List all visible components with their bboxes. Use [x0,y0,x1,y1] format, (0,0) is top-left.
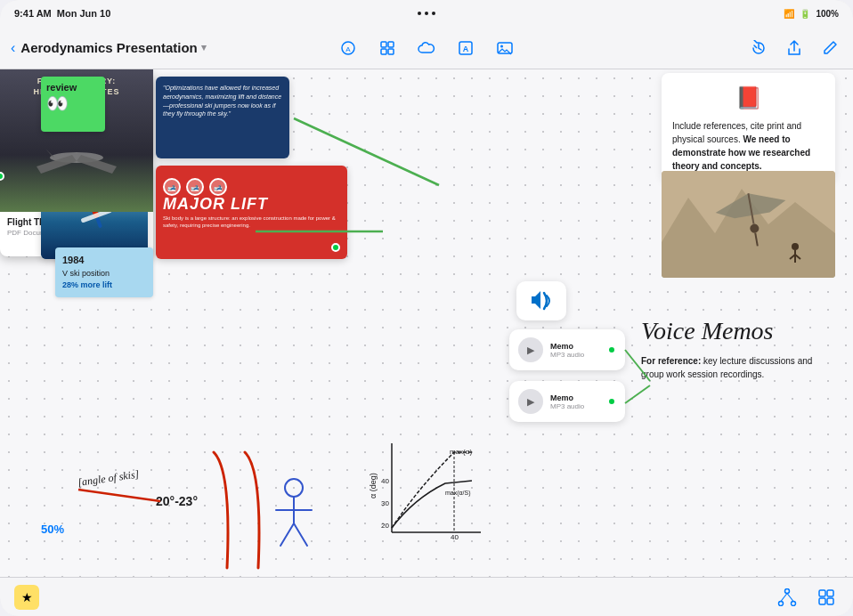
svg-rect-2 [381,42,386,47]
text-tool-button[interactable]: A [453,36,478,61]
history-button[interactable] [746,36,771,61]
voice-memos-description: For reference: key lecture discussions a… [641,354,819,381]
status-right: 📶 🔋 100% [784,9,839,19]
circle-2: 🎿 [186,178,204,196]
svg-line-46 [787,593,793,601]
hierarchy-button[interactable] [775,585,800,610]
svg-text:20°-23°: 20°-23° [156,494,198,508]
graph-svg: α (deg) 20 30 40 max(α) max(α/S) 40 [365,434,490,550]
svg-rect-3 [388,42,394,47]
slide-quote[interactable]: "Optimizations have allowed for increase… [156,77,289,158]
status-dot-3 [432,12,435,15]
status-left: 9:41 AM Mon Jun 10 [14,8,110,19]
canvas-area[interactable]: review 👀 NS DYNAMICS N SKIS TANCE ARADOX… [0,69,853,577]
ski-position: V ski position [62,268,146,280]
status-bar: 9:41 AM Mon Jun 10 📶 🔋 100% [0,0,853,27]
svg-point-43 [779,601,784,605]
share-button[interactable] [782,36,807,61]
status-dot-1 [418,12,421,15]
voice-memos-bold: For reference: [641,356,701,366]
zoom-value: 50% [41,523,64,536]
toolbar: ‹ Aerodynamics Presentation ▾ A A [0,27,853,69]
year-label: 1984 [62,253,146,268]
grid-view-button[interactable] [375,36,400,61]
wifi-icon: 📶 [784,9,794,19]
document-title-text: Aerodynamics Presentation [20,40,197,55]
toolbar-right [570,36,842,61]
image-tool-button[interactable] [492,36,517,61]
graph-area: α (deg) 20 30 40 max(α) max(α/S) 40 [365,434,490,550]
title-chevron-icon: ▾ [201,42,207,53]
review-emoji: 👀 [46,94,69,112]
memo-title-2: Memo [550,393,600,402]
bottom-toolbar-left: ★ [14,585,39,610]
book-icon: 📕 [672,82,825,114]
memo-info-1: Memo MP3 audio [550,342,600,359]
year-note[interactable]: 1984 V ski position 28% more lift [55,247,153,297]
reference-bold: We need to demonstrate how we researched… [672,134,810,171]
edit-button[interactable] [817,36,842,61]
svg-rect-47 [819,590,825,596]
svg-text:max(α/S): max(α/S) [445,490,471,497]
svg-point-9 [500,45,503,47]
ipad-frame: 9:41 AM Mon Jun 10 📶 🔋 100% ‹ Aerodynami… [0,0,853,616]
toolbar-center: A A [290,36,563,61]
memo-play-button-1[interactable]: ▶ [518,337,543,362]
svg-text:A: A [463,44,469,53]
green-dot-major [331,243,340,252]
svg-text:A: A [345,45,351,53]
svg-point-44 [792,601,796,605]
battery-level: 100% [816,9,839,19]
pencil-tool-button[interactable]: A [336,36,361,61]
slide-major-lift[interactable]: 🎿 🎿 🎿 MAJOR LIFT Ski body is a large str… [156,166,347,259]
memo-play-button-2[interactable]: ▶ [518,389,543,414]
speaker-icon [528,289,555,312]
svg-text:30: 30 [381,499,389,507]
star-button[interactable]: ★ [14,585,39,610]
memo-card-1[interactable]: ▶ Memo MP3 audio [509,329,625,370]
back-button[interactable]: ‹ [11,40,15,56]
cloud-button[interactable] [414,36,439,61]
svg-text:[angle of skis]: [angle of skis] [77,467,140,489]
status-center [418,12,435,15]
zoom-percentage: 50% [41,523,64,536]
voice-memos-title: Voice Memos [641,317,774,345]
review-note[interactable]: review 👀 [41,77,105,132]
bottom-toolbar-right [775,585,839,610]
svg-line-45 [781,593,787,601]
lift-percentage: 28% more lift [62,280,146,292]
memo-info-2: Memo MP3 audio [550,393,600,410]
reference-text: Include references, cite print and physi… [672,119,825,173]
status-dot-2 [425,12,428,15]
green-dot-memo1 [607,345,616,354]
audio-icon-card [516,281,566,320]
circle-3: 🎿 [209,178,227,196]
svg-rect-50 [827,598,833,604]
quote-text: "Optimizations have allowed for increase… [163,85,281,117]
grid-layout-button[interactable] [814,585,839,610]
bottom-toolbar: ★ [0,577,853,616]
historical-photo-svg [662,171,835,278]
svg-point-31 [285,479,303,497]
svg-point-42 [785,588,790,593]
document-title[interactable]: Aerodynamics Presentation ▾ [20,40,206,55]
toolbar-left: ‹ Aerodynamics Presentation ▾ [11,40,283,56]
reference-note[interactable]: 📕 Include references, cite print and phy… [662,73,835,182]
svg-text:40: 40 [381,477,389,485]
status-day: Mon Jun 10 [57,8,111,19]
circle-1: 🎿 [163,178,181,196]
memo-type-2: MP3 audio [550,402,600,410]
memo-title-1: Memo [550,342,600,351]
memo-type-1: MP3 audio [550,351,600,359]
historical-photo [662,171,835,278]
review-label: review [46,82,77,93]
svg-rect-49 [819,598,825,604]
slide-quote-content: "Optimizations have allowed for increase… [156,77,289,126]
circles-row: 🎿 🎿 🎿 [163,178,340,196]
status-time: 9:41 AM [14,8,52,19]
memo-card-2[interactable]: ▶ Memo MP3 audio [509,381,625,422]
svg-rect-48 [827,590,833,596]
battery-icon: 🔋 [800,9,810,19]
svg-rect-4 [381,49,386,54]
svg-rect-5 [388,49,394,54]
